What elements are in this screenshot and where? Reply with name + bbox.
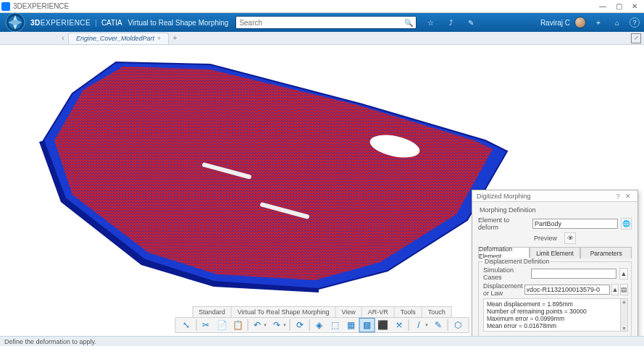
label-preview: Preview (534, 235, 557, 242)
bt-tools[interactable]: Tools (395, 307, 422, 317)
label-element-deform: Element to deform (478, 216, 530, 231)
tool-3-icon[interactable]: ▦ (343, 318, 359, 332)
more-icon[interactable]: ⤴ (444, 16, 457, 29)
bottom-tab-strip: Standard Virtual To Real Shape Morphing … (192, 306, 452, 317)
dialog-title: Digitized Morphing (477, 193, 531, 200)
section-morphing: Morphing Definition (480, 206, 632, 214)
fullscreen-icon[interactable]: ⤢ (631, 33, 641, 43)
bt-standard[interactable]: Standard (193, 307, 232, 317)
brand-text: 3DEXPERIENCE (30, 19, 91, 27)
preview-icon[interactable]: 👁 (564, 232, 576, 244)
tool-5-icon[interactable]: ⬛ (375, 318, 391, 332)
bt-arvr[interactable]: AR-VR (362, 307, 395, 317)
model-render (29, 54, 514, 307)
paste-icon[interactable]: 📋 (230, 318, 246, 332)
tool-4-icon[interactable]: ▩ (359, 318, 375, 332)
search-box[interactable]: 🔍 (235, 16, 417, 29)
wire-icon[interactable]: ⬡ (450, 318, 466, 332)
stat-mean-disp: Mean displacement = 1.895mm (487, 300, 624, 308)
avatar (574, 17, 586, 28)
label-disp-law: Displacement or Law (483, 282, 523, 297)
dialog-titlebar[interactable]: Digitized Morphing ? ✕ (472, 190, 637, 202)
document-tab-row: ‹ Engine_Cover_MoldedPart + + ⤢ (0, 32, 644, 45)
refresh-icon[interactable]: ⟳ (292, 318, 308, 332)
user-name: Raviraj C (540, 19, 570, 27)
window-title: 3DEXPERIENCE (13, 2, 69, 10)
disp-law-btn2-icon[interactable]: ▤ (620, 284, 628, 295)
status-bar: Define the deformation to apply. (0, 336, 644, 346)
digitized-morphing-dialog: Digitized Morphing ? ✕ Morphing Definiti… (472, 190, 638, 336)
help-icon[interactable]: ? (630, 17, 640, 28)
cut-icon[interactable]: ✂ (198, 318, 214, 332)
os-titlebar: 3DEXPERIENCE — ▢ ✕ (0, 0, 644, 13)
tab-engine-cover[interactable]: Engine_Cover_MoldedPart + (68, 33, 169, 44)
stat-remaining-pts: Number of remaining points = 30000 (487, 308, 624, 315)
bt-vtrsm[interactable]: Virtual To Real Shape Morphing (232, 307, 336, 317)
cursor-icon[interactable]: ⤡ (178, 318, 194, 332)
3d-viewport[interactable]: Standard Virtual To Real Shape Morphing … (0, 45, 644, 336)
stats-box: Mean displacement = 1.895mm Number of re… (483, 298, 628, 332)
stat-max-error: Maximum error = 0.0999mm (487, 315, 624, 322)
tab-parameters[interactable]: Parameters (580, 247, 632, 258)
pick-element-icon[interactable]: 🌐 (621, 218, 632, 230)
home-icon[interactable]: ⌂ (611, 16, 624, 29)
disp-law-input[interactable] (524, 285, 610, 295)
element-to-deform-input[interactable] (532, 219, 618, 229)
bt-touch[interactable]: Touch (422, 307, 451, 317)
sketch-icon[interactable]: ✎ (430, 318, 446, 332)
add-icon[interactable]: + (592, 16, 605, 29)
copy-icon[interactable]: 📄 (214, 318, 230, 332)
tool-2-icon[interactable]: ⬚ (327, 318, 343, 332)
dialog-close-icon[interactable]: ✕ (623, 193, 633, 200)
status-text: Define the deformation to apply. (4, 338, 96, 345)
group-displacement-definition: Simulation Cases ▲ Displacement or Law ▲… (478, 261, 632, 336)
sim-cases-pick-icon[interactable]: ▲ (619, 268, 628, 279)
tab-deformation-element[interactable]: Deformation Element (478, 247, 530, 258)
tab-prev[interactable]: ‹ (58, 34, 68, 42)
close-button[interactable]: ✕ (627, 1, 643, 12)
dialog-tabstrip: Deformation Element Limit Element Parame… (478, 247, 632, 258)
sim-cases-input[interactable] (531, 269, 616, 279)
share-icon[interactable]: ✎ (464, 16, 477, 29)
tab-limit-element[interactable]: Limit Element (530, 247, 581, 258)
search-icon[interactable]: 🔍 (404, 19, 413, 27)
dialog-help-icon[interactable]: ? (613, 193, 623, 200)
user-menu[interactable]: Raviraj C (540, 17, 586, 28)
app-logo-icon (1, 2, 10, 11)
compass-icon[interactable] (4, 12, 26, 33)
app-name: Virtual to Real Shape Morphing (128, 19, 229, 27)
label-sim-cases: Simulation Cases (483, 266, 528, 281)
bt-view[interactable]: View (335, 307, 361, 317)
favorites-icon[interactable]: ☆ (424, 16, 437, 29)
minimize-button[interactable]: — (595, 1, 611, 12)
stats-scrollbar[interactable] (620, 299, 627, 331)
disp-law-btn1-icon[interactable]: ▲ (611, 284, 619, 295)
search-input[interactable] (239, 19, 404, 27)
app-topbar: 3DEXPERIENCE | CATIA Virtual to Real Sha… (0, 13, 644, 32)
tab-add[interactable]: + (169, 34, 180, 42)
tab-label: Engine_Cover_MoldedPart (76, 35, 154, 42)
main-toolbar: ⤡ ✂ 📄 📋 ↶▼ ↷▼ ⟳ ◈ ⬚ ▦ ▩ ⬛ ⤧ /▼ ✎ ⬡ (175, 317, 469, 333)
stat-mean-error: Mean error = 0.01678mm (487, 322, 624, 329)
maximize-button[interactable]: ▢ (611, 1, 627, 12)
axis-icon[interactable]: ⤧ (391, 318, 407, 332)
tool-1-icon[interactable]: ◈ (311, 318, 327, 332)
app-suite: CATIA (101, 19, 122, 27)
